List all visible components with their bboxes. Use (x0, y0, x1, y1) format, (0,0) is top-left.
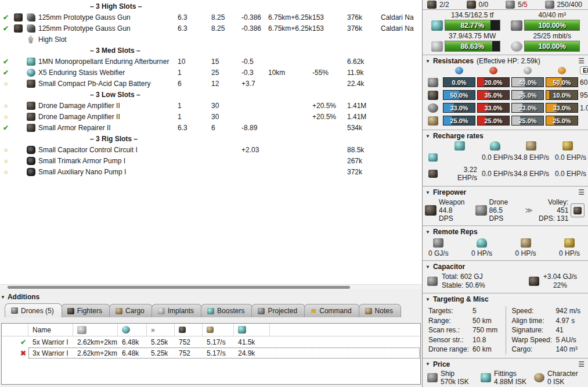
price-column-header[interactable] (234, 324, 270, 336)
tab-cargo[interactable]: Cargo (109, 304, 153, 317)
speed-column-header[interactable]: » (147, 324, 175, 336)
module-name[interactable]: 125mm Prototype Gauss Gun (37, 13, 178, 21)
drone-table: Name » ✔ 5x Warrior I 2.62km+2km 6.48k 5… (1, 323, 421, 385)
sustained-regen-icon (428, 170, 438, 178)
section-menu-icon[interactable]: ☰ (578, 360, 585, 368)
trimark-rig-icon[interactable] (27, 157, 35, 165)
collapse-triangle-icon[interactable]: ▼ (425, 59, 430, 64)
module-name[interactable]: Drone Damage Amplifier II (37, 102, 178, 110)
capacitor-rig-icon[interactable] (27, 146, 35, 154)
collapse-triangle-icon[interactable]: ▼ (425, 361, 430, 367)
collapse-triangle-icon[interactable]: ▼ (425, 264, 430, 270)
range-icon (77, 326, 86, 334)
damage-pattern-icon[interactable] (428, 116, 438, 126)
empty-slot-label[interactable]: High Slot (37, 35, 178, 44)
active-drones-value: 5/5 (518, 1, 528, 9)
turret-module-icon[interactable] (27, 13, 35, 21)
module-name[interactable]: 1MN Monopropellant Enduring Afterburner (37, 58, 178, 66)
nano-pump-rig-icon[interactable] (27, 168, 35, 176)
collapse-triangle-icon[interactable]: ▼ (425, 297, 430, 302)
cap-battery-module-icon[interactable] (27, 80, 35, 88)
tab-boosters[interactable]: Boosters (201, 304, 252, 317)
module-name[interactable]: Small Compact Pb-Acid Cap Battery (37, 80, 178, 88)
stat-price: 6.62k (347, 58, 381, 66)
module-name[interactable]: 125mm Prototype Gauss Gun (37, 24, 178, 33)
module-name[interactable]: X5 Enduring Stasis Webifier (37, 69, 178, 77)
module-name[interactable]: Small Capacitor Control Circuit I (37, 146, 178, 154)
ammo-charge-icon[interactable] (14, 24, 23, 33)
fitting-row-gun-1[interactable]: ✔ 125mm Prototype Gauss Gun 6.3 8.25 -0.… (0, 12, 422, 23)
stat-cap: -8.89 (241, 124, 268, 132)
fitting-row-nano-pump-rig[interactable]: ○ Small Auxiliary Nano Pump I 372k (0, 166, 422, 177)
cpu-label: 134.5/162.5 tf (445, 11, 500, 20)
weapon-dps-icon (425, 205, 437, 216)
tab-implants[interactable]: Implants (151, 304, 202, 317)
drone-inactive-cross-icon[interactable]: ✖ (20, 349, 26, 357)
horizontal-scrollbar[interactable] (0, 284, 422, 289)
tab-command[interactable]: ≋ Command (304, 304, 359, 317)
firepower-settings-button[interactable] (571, 203, 585, 217)
stat-cap: -0.386 (241, 24, 268, 33)
webifier-module-icon[interactable] (27, 69, 35, 77)
range-column-header[interactable] (73, 324, 118, 336)
tab-projected[interactable]: Projected (251, 304, 305, 317)
powergrid-resource: 37.9/43.75 MW 86.63% (425, 32, 505, 52)
weapon-label: Weapon (439, 198, 468, 206)
drone-name[interactable]: 3x Warrior I (28, 349, 73, 357)
collapse-triangle-icon[interactable]: ▼ (425, 190, 430, 195)
shield-rate-column-header[interactable] (203, 324, 234, 336)
drone-row-inactive-selected[interactable]: ✖ 3x Warrior I 2.62km+2km 6.48k 5.25k 75… (2, 347, 420, 359)
turret-module-icon[interactable] (27, 24, 35, 33)
tab-drones[interactable]: Drones (5) (5, 303, 62, 317)
armor-repairer-icon[interactable] (27, 124, 35, 132)
tab-notes[interactable]: Notes (359, 304, 401, 317)
remote-hull-value: 0 HP/s (559, 249, 580, 257)
module-name[interactable]: Small Auxiliary Nano Pump I (37, 168, 178, 176)
drone-damage-amp-icon[interactable] (27, 113, 35, 121)
effective-hp-value: (Effective HP: 2.59k) (477, 57, 540, 65)
drone-name[interactable]: 5x Warrior I (28, 338, 73, 346)
hull-column-header[interactable] (175, 324, 203, 336)
fitting-row-ccc-rig[interactable]: ○ Small Capacitor Control Circuit I +2.0… (0, 144, 422, 155)
capacitor-section: ▼ Capacitor Total: 602 GJ Stable: 50.6% … (423, 260, 588, 293)
hull-icon (179, 327, 186, 333)
fitting-row-dda-2[interactable]: ○ Drone Damage Amplifier II 1 30 +20.5% … (0, 111, 422, 122)
resources-section: 134.5/162.5 tf 82.77% 40/40 m³ 100.00% 3… (423, 9, 588, 55)
module-name[interactable]: Small Trimark Armor Pump I (37, 157, 178, 165)
ammo-charge-icon[interactable] (14, 13, 23, 21)
fitting-row-webifier[interactable]: ✔ X5 Enduring Stasis Webifier 1 25 -0.3 … (0, 67, 422, 78)
section-menu-icon[interactable]: ☰ (578, 57, 585, 65)
calibration-value: 250/400 (557, 1, 582, 9)
fitting-row-trimark-rig[interactable]: ○ Small Trimark Armor Pump I 267k (0, 155, 422, 166)
fitting-row-gun-2[interactable]: ✔ 125mm Prototype Gauss Gun 6.3 8.25 -0.… (0, 23, 422, 34)
section-menu-icon[interactable]: ☰ (578, 188, 585, 196)
stat-bonus: +20.5% (312, 102, 347, 110)
module-name[interactable]: Drone Damage Amplifier II (37, 113, 178, 121)
fitting-row-empty-high[interactable]: High Slot (0, 34, 422, 45)
fitting-row-dda-1[interactable]: ○ Drone Damage Amplifier II 1 30 +20.5% … (0, 100, 422, 111)
collapse-triangle-icon[interactable]: ▼ (425, 230, 430, 235)
drone-damage-amp-icon[interactable] (27, 102, 35, 110)
collapse-triangle-icon[interactable]: ▼ (1, 295, 5, 300)
drone-row-active[interactable]: ✔ 5x Warrior I 2.62km+2km 6.48k 5.25k 75… (2, 336, 420, 347)
ehp-toggle-button[interactable]: EHP (580, 66, 588, 74)
tab-fighters[interactable]: Fighters (61, 304, 110, 317)
ehp-column-header[interactable] (118, 324, 147, 336)
collapse-triangle-icon[interactable]: ▼ (425, 134, 430, 139)
online-check-icon: ✔ (3, 124, 9, 132)
hull-layer-icon (428, 103, 438, 113)
status-column-header[interactable] (2, 324, 28, 336)
fitting-row-afterburner[interactable]: ✔ 1MN Monopropellant Enduring Afterburne… (0, 56, 422, 67)
armor-layer-icon (428, 91, 438, 100)
stat-pg: 15 (211, 58, 241, 66)
fitting-row-armor-rep[interactable]: ✔ Small Armor Repairer II 6.3 6 -8.89 53… (0, 122, 422, 133)
name-column-header[interactable]: Name (28, 324, 73, 336)
afterburner-module-icon[interactable] (27, 58, 35, 66)
fitting-row-cap-battery[interactable]: ○ Small Compact Pb-Acid Cap Battery 6 12… (0, 78, 422, 89)
module-name[interactable]: Small Armor Repairer II (37, 124, 178, 132)
scrollbar-thumb[interactable] (8, 286, 350, 289)
drone-hp: 752 (175, 349, 203, 357)
remote-armor-icon (521, 238, 531, 248)
drone-active-check-icon[interactable]: ✔ (20, 338, 26, 346)
stat-price: 11.9k (347, 69, 381, 77)
